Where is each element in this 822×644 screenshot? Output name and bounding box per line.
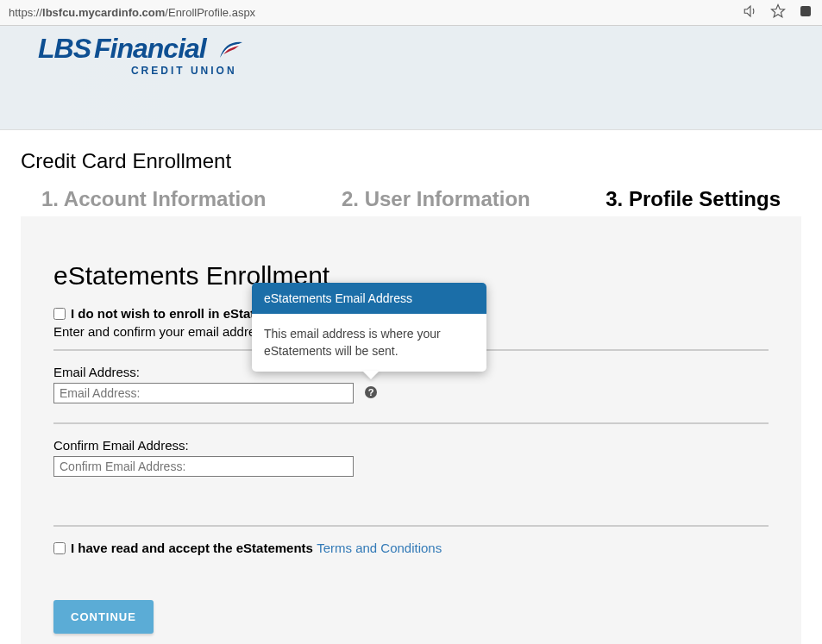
step-profile-settings[interactable]: 3. Profile Settings <box>606 187 781 211</box>
browser-address-bar: https://lbsfcu.mycardinfo.com/EnrollProf… <box>0 0 822 26</box>
header-banner: LBSFinancial CREDIT UNION <box>0 26 822 130</box>
divider-2 <box>53 422 769 424</box>
help-icon[interactable]: ? <box>364 385 378 403</box>
optout-checkbox[interactable] <box>53 308 66 320</box>
terms-section: I have read and accept the eStatements T… <box>53 525 769 555</box>
svg-text:?: ? <box>368 387 374 397</box>
url-display[interactable]: https://lbsfcu.mycardinfo.com/EnrollProf… <box>9 6 743 19</box>
enrollment-steps: 1. Account Information 2. User Informati… <box>21 187 801 211</box>
logo[interactable]: LBSFinancial CREDIT UNION <box>0 26 822 77</box>
email-input[interactable] <box>53 383 354 403</box>
favorites-icon[interactable] <box>770 3 786 22</box>
extension-icon[interactable] <box>798 3 813 22</box>
main-content: Credit Card Enrollment 1. Account Inform… <box>0 130 822 644</box>
page-title: Credit Card Enrollment <box>21 149 801 173</box>
tooltip-body: This email address is where your eStatem… <box>252 314 486 372</box>
email-tooltip: eStatements Email Address This email add… <box>252 283 486 372</box>
url-host: lbsfcu.mycardinfo.com <box>42 6 165 19</box>
logo-flag-icon <box>218 34 244 66</box>
url-path: /EnrollProfile.aspx <box>165 6 255 19</box>
step-account-information[interactable]: 1. Account Information <box>41 187 266 211</box>
tooltip-title: eStatements Email Address <box>252 283 486 314</box>
logo-secondary: Financial <box>94 33 206 64</box>
terms-link[interactable]: Terms and Conditions <box>317 541 442 555</box>
confirm-email-input[interactable] <box>53 456 354 477</box>
confirm-email-label: Confirm Email Address: <box>53 438 769 453</box>
step-user-information[interactable]: 2. User Information <box>342 187 530 211</box>
email-field-group: eStatements Email Address This email add… <box>53 365 769 403</box>
logo-subtitle: CREDIT UNION <box>38 65 237 77</box>
svg-marker-0 <box>772 4 785 16</box>
browser-toolbar-icons <box>743 3 813 22</box>
terms-prefix: I have read and accept the eStatements <box>71 541 317 555</box>
terms-label: I have read and accept the eStatements T… <box>71 541 442 555</box>
url-prefix: https:// <box>9 6 42 19</box>
svg-rect-1 <box>800 6 811 16</box>
tooltip-arrow-icon <box>362 371 380 379</box>
read-aloud-icon[interactable] <box>743 3 758 22</box>
confirm-email-field-group: Confirm Email Address: <box>53 438 769 477</box>
terms-checkbox[interactable] <box>53 542 66 554</box>
continue-button[interactable]: CONTINUE <box>53 600 154 634</box>
logo-main: LBS <box>38 33 91 64</box>
form-panel: eStatements Enrollment I do not wish to … <box>21 216 801 644</box>
